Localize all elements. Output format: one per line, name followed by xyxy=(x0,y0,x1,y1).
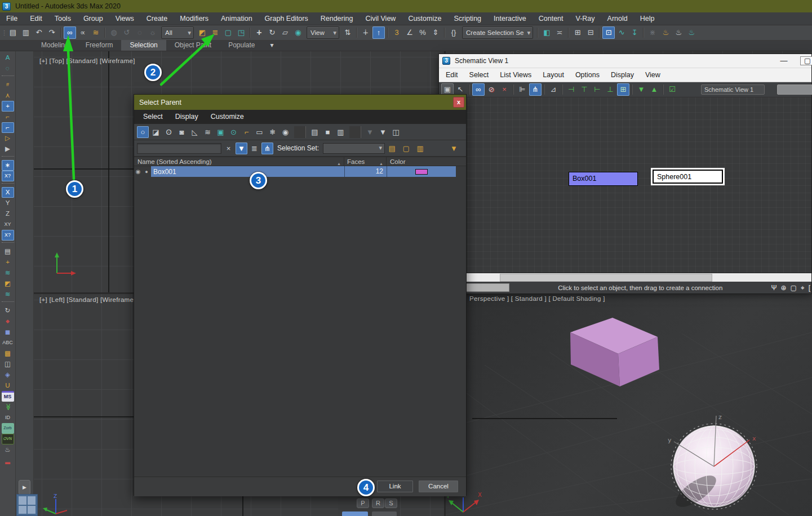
named-selection-sets-dropdown[interactable]: Create Selection Se xyxy=(462,26,533,39)
xq2-icon[interactable]: X? xyxy=(2,230,14,241)
aux-field[interactable] xyxy=(777,84,812,95)
preferences-icon[interactable]: ☑ xyxy=(666,83,678,96)
menu-group[interactable]: Group xyxy=(77,12,109,25)
menu-create[interactable]: Create xyxy=(140,12,174,25)
redo-icon[interactable]: ↷ xyxy=(46,26,58,39)
selection-set-dropdown[interactable] xyxy=(323,143,385,154)
disabled-tool-icon-1[interactable]: ◍ xyxy=(108,26,120,39)
arrow-filled-icon[interactable]: ▶ xyxy=(2,144,14,154)
display-lights-icon[interactable]: ʘ xyxy=(163,126,175,138)
hierarchy-mode-icon[interactable]: ⊫ xyxy=(516,83,529,96)
references-mode-icon[interactable]: ⋔ xyxy=(529,83,542,96)
axis-xy-icon[interactable]: XY xyxy=(2,219,14,230)
schematic-menu-options[interactable]: Options xyxy=(570,68,605,82)
display-hidden-icon[interactable]: ◉ xyxy=(279,126,291,138)
align-top-icon[interactable]: ⊥ xyxy=(604,83,616,96)
select-and-link-icon[interactable]: ∞ xyxy=(64,26,76,39)
maxscript-icon[interactable]: MS xyxy=(2,391,14,402)
partial-button[interactable] xyxy=(342,511,368,516)
unlink-selection-icon[interactable]: ∝ xyxy=(77,26,89,39)
viewport-perspective[interactable]: Perspective ] [ Standard ] [ Default Sha… xyxy=(444,292,812,516)
visibility-eye-icon[interactable]: ◉ xyxy=(134,168,142,175)
column-color[interactable]: Color xyxy=(387,157,466,166)
cancel-button[interactable]: Cancel xyxy=(419,481,458,492)
filter-combinations-icon[interactable]: ▼ xyxy=(364,126,376,138)
rename-abc-icon[interactable]: ABC xyxy=(2,337,14,348)
region-zoom-icon[interactable]: ▢ xyxy=(791,284,797,292)
disabled-tool-icon-4[interactable]: ☼ xyxy=(147,26,159,39)
zorb-icon[interactable]: Zorb xyxy=(2,423,14,434)
rectangular-selection-region-icon[interactable]: ▢ xyxy=(222,26,234,39)
red-strip-icon[interactable]: ▂ xyxy=(2,455,14,466)
ribbon-tab-object-paint[interactable]: Object Paint xyxy=(166,40,220,51)
viewport-top-label[interactable]: [+] [Top] [Standard] [Wireframe] xyxy=(39,57,135,64)
xq-icon[interactable]: X? xyxy=(2,171,14,181)
maximize-button[interactable]: ▢ xyxy=(800,56,812,65)
display-xrefs-icon[interactable]: ⊙ xyxy=(228,126,239,138)
schematic-menu-layout[interactable]: Layout xyxy=(537,68,570,82)
menu-help[interactable]: Help xyxy=(634,12,661,25)
close-icon[interactable]: x xyxy=(453,97,464,108)
menu-civil-view[interactable]: Civil View xyxy=(359,12,402,25)
partial-button[interactable] xyxy=(372,511,397,516)
subtract-from-set-icon[interactable]: ▢ xyxy=(400,143,412,154)
mini-bones-icon[interactable]: ∗ xyxy=(2,160,14,171)
menu-content[interactable]: Content xyxy=(533,12,570,25)
filter-set-icon[interactable]: ▼ xyxy=(448,143,460,154)
ribbon-options-dropdown-icon[interactable]: ▾ xyxy=(264,40,281,51)
chevrons-icon[interactable]: ≫ xyxy=(2,401,13,413)
menu-graph-editors[interactable]: Graph Editors xyxy=(259,12,314,25)
toggle-ribbon-icon[interactable]: ⊡ xyxy=(602,26,615,39)
display-children-icon[interactable]: ▤ xyxy=(309,126,321,138)
display-containers-icon[interactable]: ▭ xyxy=(254,126,265,138)
display-helpers-icon[interactable]: ◺ xyxy=(189,126,201,138)
display-bones-icon[interactable]: ⌐ xyxy=(241,126,252,138)
percent-snap-toggle-icon[interactable]: % xyxy=(416,26,429,39)
viewport-layout-tabs[interactable] xyxy=(16,494,38,516)
grow-selected-icon[interactable]: ▲ xyxy=(648,83,660,96)
texture-pick-icon[interactable]: ▩ xyxy=(2,348,14,359)
ribbon-tab-modeling[interactable]: Modeling xyxy=(33,40,77,51)
undo-icon[interactable]: ↶ xyxy=(33,26,45,39)
add-layer-icon[interactable]: + xyxy=(2,257,14,268)
arrange-children-icon[interactable]: ⊞ xyxy=(617,83,629,96)
axis-y-icon[interactable]: Y xyxy=(2,198,14,208)
selection-filter-dropdown[interactable]: All xyxy=(161,26,194,39)
schematic-title-bar[interactable]: 3 Schematic View 1 — ▢ xyxy=(439,54,811,68)
dotted-circle-icon[interactable]: ◌ xyxy=(2,63,14,74)
menu-animation[interactable]: Animation xyxy=(215,12,259,25)
scene-explorer-icon[interactable]: ⊞ xyxy=(571,26,584,39)
ribbon-tab-freeform[interactable]: Freeform xyxy=(77,40,122,51)
keyboard-shortcut-override-icon[interactable]: ↑ xyxy=(372,26,385,39)
menu-edit[interactable]: Edit xyxy=(24,12,48,25)
scrollbar-thumb[interactable] xyxy=(500,274,712,282)
edit-named-selection-sets-icon[interactable]: {} xyxy=(447,26,460,39)
add-to-set-icon[interactable]: ▤ xyxy=(386,143,398,154)
box-primitive-icon[interactable]: ◼ xyxy=(2,327,14,337)
display-everything-icon[interactable]: ○ xyxy=(137,126,149,138)
menu-arnold[interactable]: Arnold xyxy=(601,12,634,25)
menu-v-ray[interactable]: V-Ray xyxy=(570,12,601,25)
render-production-icon[interactable]: ♨ xyxy=(685,26,698,39)
hook-node-icon[interactable]: ⌐ xyxy=(2,122,14,133)
dialog-title-bar[interactable]: Select Parent x xyxy=(134,95,466,110)
delete-tool-icon[interactable]: × xyxy=(498,83,511,96)
schematic-view-icon[interactable]: ↧ xyxy=(628,26,641,39)
select-and-move-icon[interactable]: + xyxy=(253,26,265,39)
display-spacewarps-icon[interactable]: ≋ xyxy=(202,126,214,138)
shrink-selected-icon[interactable]: ▼ xyxy=(635,83,647,96)
select-objects-in-set-icon[interactable]: ▥ xyxy=(414,143,426,154)
ribbon-tab-selection[interactable]: Selection xyxy=(121,40,166,51)
descend-icon[interactable]: ⊿ xyxy=(547,83,560,96)
position-button[interactable]: P xyxy=(357,499,369,508)
select-by-name-icon[interactable]: ≣ xyxy=(209,26,221,39)
dialog-menu-display[interactable]: Display xyxy=(169,110,205,124)
column-name[interactable]: Name (Sorted Ascending)▲ xyxy=(134,157,344,166)
align-left-icon[interactable]: ⊣ xyxy=(565,83,578,96)
connect-tool-icon[interactable]: ∞ xyxy=(472,83,485,96)
filter-selected-icon[interactable]: ▼ xyxy=(236,143,247,154)
color-swatch[interactable] xyxy=(415,169,428,175)
object-list[interactable]: ◉ ● Box001 12 xyxy=(134,166,466,477)
pan-hand-icon[interactable]: Ψ xyxy=(771,284,776,292)
select-and-rotate-icon[interactable]: ↻ xyxy=(266,26,278,39)
